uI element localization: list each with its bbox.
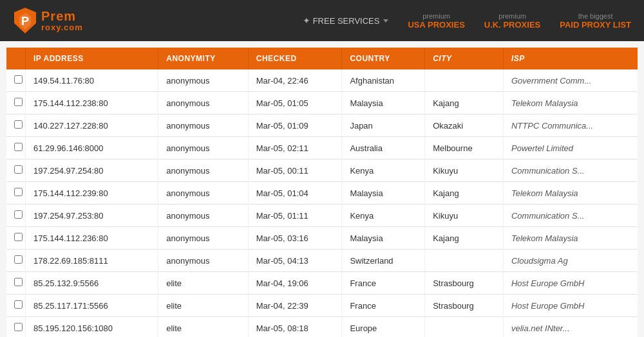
row-anonymity: anonymous bbox=[158, 159, 249, 182]
gear-icon: ✦ bbox=[303, 15, 310, 26]
row-checkbox[interactable] bbox=[14, 143, 23, 151]
row-country: Japan bbox=[342, 114, 425, 137]
table-row: 175.144.112.236:80 anonymous Mar-05, 03:… bbox=[6, 227, 638, 250]
row-country: France bbox=[342, 295, 425, 317]
nav-uk-proxies[interactable]: premium U.K. PROXIES bbox=[484, 12, 540, 30]
row-country: Switzerland bbox=[342, 250, 425, 272]
row-checked-time: Mar-05, 08:18 bbox=[248, 317, 342, 338]
row-checkbox[interactable] bbox=[14, 323, 23, 331]
nav-free-services[interactable]: ✦ FREE SERVICES bbox=[303, 15, 389, 26]
row-anonymity: anonymous bbox=[158, 92, 249, 114]
row-checkbox-cell bbox=[6, 159, 26, 182]
row-city: Kajang bbox=[425, 182, 504, 205]
row-city: Strasbourg bbox=[425, 272, 504, 295]
row-country: Afghanistan bbox=[342, 69, 425, 92]
row-ip: 85.25.117.171:5566 bbox=[26, 295, 158, 317]
row-country: Malaysia bbox=[342, 227, 425, 250]
row-checkbox[interactable] bbox=[14, 165, 23, 174]
row-checkbox[interactable] bbox=[14, 98, 23, 106]
row-country: Europe bbox=[342, 317, 425, 338]
row-ip: 197.254.97.254:80 bbox=[26, 159, 158, 182]
row-checkbox-cell bbox=[6, 69, 26, 92]
row-country: Kenya bbox=[342, 159, 425, 182]
row-checkbox-cell bbox=[6, 92, 26, 114]
row-checkbox-cell bbox=[6, 250, 26, 272]
col-city: CITY bbox=[425, 48, 504, 69]
table-row: 175.144.112.239:80 anonymous Mar-05, 01:… bbox=[6, 182, 638, 205]
row-isp: velia.net INter... bbox=[503, 317, 638, 338]
row-checked-time: Mar-05, 02:11 bbox=[248, 137, 342, 159]
row-checkbox[interactable] bbox=[14, 188, 23, 196]
row-checked-time: Mar-05, 03:16 bbox=[248, 227, 342, 250]
row-checkbox[interactable] bbox=[14, 300, 23, 309]
row-city: Melbourne bbox=[425, 137, 504, 159]
row-checkbox-cell bbox=[6, 114, 26, 137]
row-checked-time: Mar-04, 22:46 bbox=[248, 69, 342, 92]
row-country: France bbox=[342, 272, 425, 295]
row-isp: Host Europe GmbH bbox=[503, 295, 638, 317]
row-anonymity: elite bbox=[158, 295, 249, 317]
table-header: IP ADDRESS ANONYMITY CHECKED COUNTRY CIT… bbox=[6, 48, 638, 69]
row-checkbox[interactable] bbox=[14, 210, 23, 219]
row-checkbox[interactable] bbox=[14, 233, 23, 241]
table-row: 149.54.11.76:80 anonymous Mar-04, 22:46 … bbox=[6, 69, 638, 92]
row-checked-time: Mar-05, 01:05 bbox=[248, 92, 342, 114]
row-anonymity: elite bbox=[158, 272, 249, 295]
row-city: Kajang bbox=[425, 92, 504, 114]
nav-usa-proxies[interactable]: premium USA PROXIES bbox=[408, 12, 464, 30]
col-ip: IP ADDRESS bbox=[26, 48, 158, 69]
row-ip: 175.144.112.236:80 bbox=[26, 227, 158, 250]
row-checkbox[interactable] bbox=[14, 75, 23, 84]
logo-text: Prem roxy.com bbox=[41, 9, 83, 32]
col-checkbox bbox=[6, 48, 26, 69]
row-isp: Powertel Limited bbox=[503, 137, 638, 159]
table-row: 140.227.127.228:80 anonymous Mar-05, 01:… bbox=[6, 114, 638, 137]
row-anonymity: anonymous bbox=[158, 182, 249, 205]
row-checked-time: Mar-05, 01:09 bbox=[248, 114, 342, 137]
table-row: 85.25.132.9:5566 elite Mar-04, 19:06 Fra… bbox=[6, 272, 638, 295]
row-checkbox[interactable] bbox=[14, 255, 23, 264]
main-content: IP ADDRESS ANONYMITY CHECKED COUNTRY CIT… bbox=[0, 41, 644, 337]
row-city: Kajang bbox=[425, 227, 504, 250]
col-country: COUNTRY bbox=[342, 48, 425, 69]
row-anonymity: elite bbox=[158, 317, 249, 338]
row-checkbox[interactable] bbox=[14, 278, 23, 286]
nav-paid-proxy[interactable]: the biggest PAID PROXY LIST bbox=[560, 12, 631, 30]
table-row: 178.22.69.185:8111 anonymous Mar-05, 04:… bbox=[6, 250, 638, 272]
row-anonymity: anonymous bbox=[158, 114, 249, 137]
row-isp: Communication S... bbox=[503, 205, 638, 227]
logo-proxy: roxy.com bbox=[41, 23, 83, 32]
logo[interactable]: P Prem roxy.com bbox=[13, 6, 83, 35]
row-anonymity: anonymous bbox=[158, 69, 249, 92]
row-checked-time: Mar-05, 00:11 bbox=[248, 159, 342, 182]
table-row: 85.25.117.171:5566 elite Mar-04, 22:39 F… bbox=[6, 295, 638, 317]
row-isp: NTTPC Communica... bbox=[503, 114, 638, 137]
row-country: Malaysia bbox=[342, 92, 425, 114]
row-isp: Telekom Malaysia bbox=[503, 182, 638, 205]
row-isp: Host Europe GmbH bbox=[503, 272, 638, 295]
proxy-table-body: 149.54.11.76:80 anonymous Mar-04, 22:46 … bbox=[6, 69, 638, 337]
row-ip: 85.195.120.156:1080 bbox=[26, 317, 158, 338]
row-ip: 175.144.112.239:80 bbox=[26, 182, 158, 205]
row-ip: 61.29.96.146:8000 bbox=[26, 137, 158, 159]
row-anonymity: anonymous bbox=[158, 250, 249, 272]
row-city bbox=[425, 250, 504, 272]
row-isp: Communication S... bbox=[503, 159, 638, 182]
row-city: Kikuyu bbox=[425, 159, 504, 182]
row-anonymity: anonymous bbox=[158, 205, 249, 227]
row-ip: 197.254.97.253:80 bbox=[26, 205, 158, 227]
row-checkbox-cell bbox=[6, 317, 26, 338]
row-country: Malaysia bbox=[342, 182, 425, 205]
shield-icon: P bbox=[13, 6, 37, 35]
svg-text:P: P bbox=[21, 15, 29, 28]
row-checkbox-cell bbox=[6, 205, 26, 227]
row-city bbox=[425, 69, 504, 92]
row-city: Okazaki bbox=[425, 114, 504, 137]
row-isp: Telekom Malaysia bbox=[503, 227, 638, 250]
col-anonymity: ANONYMITY bbox=[158, 48, 249, 69]
row-city: Strasbourg bbox=[425, 295, 504, 317]
row-checkbox[interactable] bbox=[14, 120, 23, 129]
row-isp: Cloudsigma Ag bbox=[503, 250, 638, 272]
row-checkbox-cell bbox=[6, 272, 26, 295]
row-checkbox-cell bbox=[6, 137, 26, 159]
